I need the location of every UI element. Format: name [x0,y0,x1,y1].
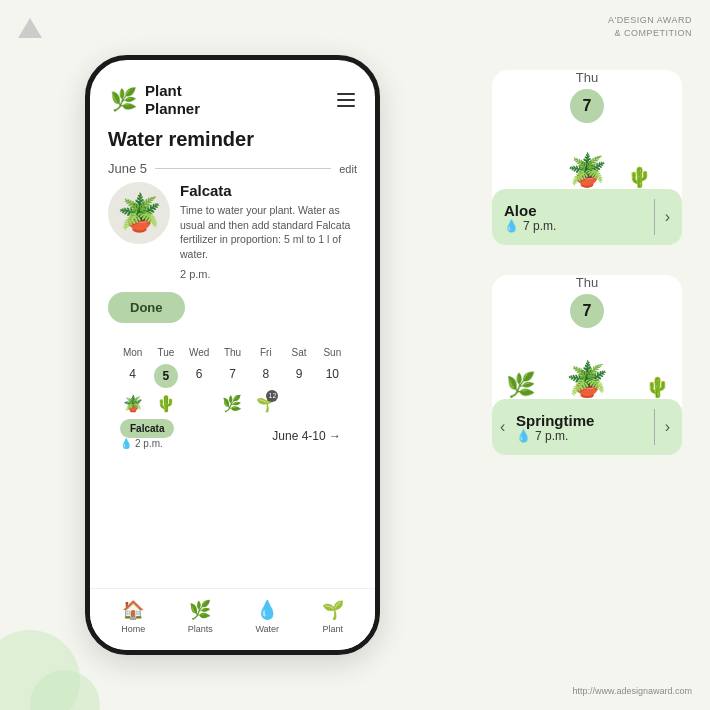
nav-plant-label: Plant [322,624,343,634]
aloe-small-plant-icon: 🌵 [627,165,652,189]
calendar-day-names: Mon Tue Wed Thu Fri Sat Sun [116,347,349,358]
plant-leaf-icon: 🌿 [110,87,137,113]
cal-date-9[interactable]: 9 [282,364,315,388]
aloe-divider [654,199,655,235]
aloe-watering-icon: 💧 [504,219,519,233]
date-divider [155,168,331,169]
cal-tue: Tue [149,347,182,358]
reminder-text: Time to water your plant. Water as usual… [180,203,357,262]
aloe-time-row: 💧 7 p.m. [504,219,644,233]
springtime-plant-area: 🌿 🪴 🌵 [492,334,682,399]
cal-badge: 12 [266,390,278,402]
cal-date-6[interactable]: 6 [183,364,216,388]
home-icon: 🏠 [122,599,144,621]
cal-plant-tue: 🌵 [149,394,182,413]
calendar-plants-row: 🪴 🌵 🌿 🌱 12 [116,394,349,413]
aloe-plant-icon: 🪴 [567,151,607,189]
springtime-next-arrow[interactable]: › [665,418,670,436]
plants-icon: 🌿 [189,599,211,621]
aloe-date-circle: 7 [570,89,604,123]
bottom-url: http://www.adesignaward.com [572,686,692,696]
falcata-chip: Falcata [120,419,174,438]
cal-thu: Thu [216,347,249,358]
nav-plants-label: Plants [188,624,213,634]
spring-plant-center: 🪴 [566,359,608,399]
phone-mockup: 🌿 Plant Planner Water reminder June 5 ed… [85,55,380,655]
reminder-time: 2 p.m. [180,268,357,280]
aloe-next-arrow[interactable]: › [665,208,670,226]
watering-can-icon: 💧 [120,438,132,449]
aloe-plant-area: 🪴 🌵 [492,129,682,189]
right-widgets: Thu 7 🪴 🌵 Aloe 💧 7 p.m. › Thu 7 🌿 🪴 [492,70,682,455]
bottom-nav: 🏠 Home 🌿 Plants 💧 Water 🌱 Plant [90,588,375,650]
nav-water-label: Water [255,624,279,634]
cal-date-10[interactable]: 10 [316,364,349,388]
springtime-card-body: ‹ Springtime 💧 7 p.m. › [492,399,682,455]
nav-plants[interactable]: 🌿 Plants [188,599,213,634]
date-label: June 5 [108,161,147,176]
edit-link[interactable]: edit [339,163,357,175]
aloe-name: Aloe [504,202,644,219]
nav-home-label: Home [121,624,145,634]
reminder-info: Falcata Time to water your plant. Water … [180,182,357,280]
cal-plant-fri: 🌱 12 [249,394,282,413]
spring-plant-left: 🌿 [506,371,536,399]
springtime-widget: Thu 7 🌿 🪴 🌵 ‹ Springtime 💧 7 p.m. › [492,275,682,455]
cal-plant-mon: 🪴 [116,394,149,413]
falcata-time: 💧 2 p.m. [120,438,174,449]
app-name: Plant Planner [145,82,200,118]
date-row: June 5 edit [108,161,357,176]
cal-date-4[interactable]: 4 [116,364,149,388]
cal-sat: Sat [282,347,315,358]
cal-fri: Fri [249,347,282,358]
cal-date-7[interactable]: 7 [216,364,249,388]
springtime-time: 7 p.m. [535,429,568,443]
plant-image: 🪴 [108,182,170,244]
springtime-date-circle: 7 [570,294,604,328]
phone-content: Water reminder June 5 edit 🪴 Falcata Tim… [90,128,375,588]
springtime-time-row: 💧 7 p.m. [516,429,644,443]
done-button[interactable]: Done [108,292,185,323]
springtime-day-label: Thu [492,275,682,290]
plant-icon: 🌱 [322,599,344,621]
brand-triangle-icon [18,18,42,38]
aloe-time: 7 p.m. [523,219,556,233]
adesign-award-logo: A'DESIGN AWARD & COMPETITION [608,14,692,39]
cal-sun: Sun [316,347,349,358]
cal-mon: Mon [116,347,149,358]
aloe-info: Aloe 💧 7 p.m. [504,202,644,233]
aloe-day-label: Thu [492,70,682,85]
june-range-label: June 4-10 → [268,425,345,443]
springtime-info: Springtime 💧 7 p.m. [516,412,644,443]
springtime-prev-arrow[interactable]: ‹ [500,418,505,436]
cal-date-5-active[interactable]: 5 [154,364,178,388]
nav-home[interactable]: 🏠 Home [121,599,145,634]
aloe-card-body: Aloe 💧 7 p.m. › [492,189,682,245]
cal-date-8[interactable]: 8 [249,364,282,388]
plant-name: Falcata [180,182,357,199]
phone-app-header: 🌿 Plant Planner [90,60,375,128]
cal-wed: Wed [183,347,216,358]
nav-water[interactable]: 💧 Water [255,599,279,634]
spring-plant-right: 🌵 [645,375,670,399]
springtime-divider [654,409,655,445]
reminder-card: 🪴 Falcata Time to water your plant. Wate… [108,182,357,280]
water-icon: 💧 [256,599,278,621]
springtime-watering-icon: 💧 [516,429,531,443]
app-logo: 🌿 Plant Planner [110,82,200,118]
calendar-dates-row: 4 5 6 7 8 9 10 [116,364,349,388]
nav-plant[interactable]: 🌱 Plant [322,599,344,634]
falcata-chip-row: Falcata 💧 2 p.m. June 4-10 → [116,419,349,449]
cal-plant-thu: 🌿 [216,394,249,413]
page-title: Water reminder [108,128,357,151]
calendar-section: Mon Tue Wed Thu Fri Sat Sun 4 5 6 7 8 9 … [108,337,357,459]
springtime-name: Springtime [516,412,644,429]
aloe-widget: Thu 7 🪴 🌵 Aloe 💧 7 p.m. › [492,70,682,245]
hamburger-menu-button[interactable] [337,93,355,107]
